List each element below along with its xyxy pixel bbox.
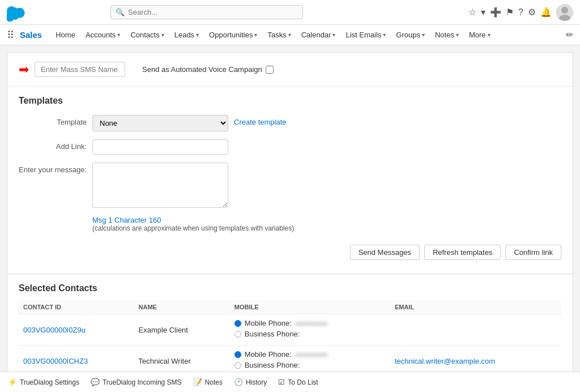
col-mobile: MOBILE	[230, 300, 390, 314]
nav-accounts[interactable]: Accounts ▾	[81, 25, 125, 45]
nav-accounts-label: Accounts	[86, 31, 116, 39]
footer-notes[interactable]: 📝 Notes	[193, 378, 223, 386]
footer-todo[interactable]: ☑ To Do List	[278, 378, 318, 386]
message-label: Enter your message:	[19, 163, 87, 174]
footer-bar: ⚡ TrueDialog Settings 💬 TrueDialog Incom…	[0, 372, 580, 392]
nav-contacts-label: Contacts	[130, 31, 159, 39]
template-row: Template None Create template	[19, 115, 561, 131]
add-icon[interactable]: ➕	[490, 7, 501, 18]
nav-home[interactable]: Home	[51, 25, 80, 45]
add-link-label: Add Link:	[19, 139, 87, 151]
nav-opportunities-chevron: ▾	[254, 32, 257, 38]
footer-history-label: History	[246, 378, 267, 386]
contact-name: Technical Writer	[139, 357, 191, 365]
nav-contacts[interactable]: Contacts ▾	[126, 25, 168, 45]
lightning-icon: ⚡	[8, 378, 17, 386]
topbar-actions: ☆ ▾ ➕ ⚑ ? ⚙ 🔔	[468, 4, 573, 21]
nav-tasks[interactable]: Tasks ▾	[263, 25, 295, 45]
contact-email-link[interactable]: technical.writer@example.com	[395, 357, 495, 365]
avatar[interactable]	[556, 4, 573, 21]
contact-id-cell: 003VG00000I0Z9u	[19, 314, 134, 346]
dropdown-icon[interactable]: ▾	[481, 7, 485, 18]
nav-leads[interactable]: Leads ▾	[170, 25, 203, 45]
footer-truedialog-settings[interactable]: ⚡ TrueDialog Settings	[8, 378, 79, 386]
navbar: ⠿ Sales Home Accounts ▾ Contacts ▾ Leads…	[0, 25, 580, 45]
contact-id-link[interactable]: 003VG00000ICHZ3	[23, 357, 88, 365]
main-panel: ➡ Send as Automated Voice Campaign Templ…	[7, 52, 573, 377]
refresh-templates-button[interactable]: Refresh templates	[424, 245, 501, 260]
navbar-brand: Sales	[20, 30, 42, 40]
contacts-title: Selected Contacts	[19, 283, 561, 293]
msg-info-line2: (calculations are approximate when using…	[92, 224, 561, 232]
flag-icon[interactable]: ⚑	[506, 7, 514, 18]
voice-campaign-text: Send as Automated Voice Campaign	[142, 65, 262, 74]
voice-campaign-checkbox[interactable]	[266, 66, 274, 74]
mobile-phone-label: Mobile Phone:	[245, 319, 292, 327]
footer-history[interactable]: 🕐 History	[234, 378, 267, 386]
contact-email-cell	[390, 314, 561, 346]
search-icon: 🔍	[116, 8, 125, 16]
business-phone-label: Business Phone:	[245, 330, 300, 338]
footer-truedialog-sms[interactable]: 💬 TrueDialog Incoming SMS	[91, 378, 182, 386]
nav-groups-label: Groups	[396, 31, 420, 39]
footer-truedialog-settings-label: TrueDialog Settings	[20, 378, 79, 386]
nav-opportunities[interactable]: Opportunities ▾	[204, 25, 262, 45]
nav-contacts-chevron: ▾	[161, 32, 164, 38]
action-buttons-row: Send Messages Refresh templates Confirm …	[19, 240, 561, 265]
templates-section-title: Templates	[19, 96, 561, 106]
nav-more-label: More	[469, 31, 486, 39]
nav-list-emails-chevron: ▾	[383, 32, 386, 38]
help-icon[interactable]: ?	[518, 7, 523, 18]
col-email: EMAIL	[390, 300, 561, 314]
business-phone-label: Business Phone:	[245, 361, 300, 369]
mobile-phone-value: ●●●●●●●●	[295, 351, 328, 359]
mobile-phone-value: ●●●●●●●●	[295, 319, 328, 327]
footer-truedialog-sms-label: TrueDialog Incoming SMS	[103, 378, 182, 386]
create-template-link[interactable]: Create template	[234, 115, 287, 126]
nav-notes[interactable]: Notes ▾	[430, 25, 463, 45]
templates-section: Templates Template None Create template …	[7, 87, 573, 274]
nav-leads-chevron: ▾	[196, 32, 199, 38]
nav-accounts-chevron: ▾	[117, 32, 120, 38]
business-radio[interactable]	[234, 331, 241, 338]
edit-icon[interactable]: ✏	[566, 29, 573, 40]
footer-todo-label: To Do List	[288, 378, 318, 386]
mobile-phone-label: Mobile Phone:	[245, 350, 292, 359]
col-contact-id: CONTACT ID	[19, 300, 134, 314]
table-header-row: CONTACT ID NAME MOBILE EMAIL	[19, 300, 561, 314]
contact-id-link[interactable]: 003VG00000I0Z9u	[23, 326, 86, 334]
nav-more-chevron: ▾	[488, 32, 491, 38]
business-radio[interactable]	[234, 362, 241, 369]
search-bar[interactable]: 🔍	[110, 5, 303, 19]
todo-icon: ☑	[278, 378, 285, 386]
send-messages-button[interactable]: Send Messages	[350, 245, 420, 260]
nav-tasks-label: Tasks	[267, 31, 286, 39]
message-textarea[interactable]	[92, 163, 228, 208]
contact-mobile-cell: Mobile Phone: ●●●●●●●● Business Phone:	[230, 314, 390, 346]
campaign-name-input[interactable]	[35, 62, 125, 77]
notes-icon: 📝	[193, 378, 202, 386]
nav-more[interactable]: More ▾	[464, 25, 495, 45]
message-row: Enter your message:	[19, 163, 561, 208]
nav-opportunities-label: Opportunities	[209, 31, 253, 39]
apps-icon[interactable]: ⠿	[7, 29, 14, 41]
search-input[interactable]	[128, 8, 298, 16]
sms-icon: 💬	[91, 378, 100, 386]
nav-list-emails[interactable]: List Emails ▾	[341, 25, 390, 45]
nav-calendar-chevron: ▾	[332, 32, 335, 38]
settings-icon[interactable]: ⚙	[528, 7, 536, 18]
contacts-table: CONTACT ID NAME MOBILE EMAIL 003VG00000I…	[19, 300, 561, 377]
star-icon[interactable]: ☆	[468, 7, 476, 18]
template-select[interactable]: None	[92, 115, 228, 131]
nav-calendar-label: Calendar	[301, 31, 331, 39]
history-icon: 🕐	[234, 378, 243, 386]
confirm-link-button[interactable]: Confirm link	[505, 245, 561, 260]
nav-groups[interactable]: Groups ▾	[391, 25, 429, 45]
voice-campaign-label[interactable]: Send as Automated Voice Campaign	[142, 65, 274, 74]
mobile-radio[interactable]	[234, 320, 241, 327]
bell-icon[interactable]: 🔔	[540, 7, 552, 18]
mobile-radio[interactable]	[234, 351, 241, 358]
msg-info-line1: Msg 1 Character 160	[92, 216, 561, 224]
add-link-input[interactable]	[92, 139, 228, 155]
nav-calendar[interactable]: Calendar ▾	[297, 25, 340, 45]
